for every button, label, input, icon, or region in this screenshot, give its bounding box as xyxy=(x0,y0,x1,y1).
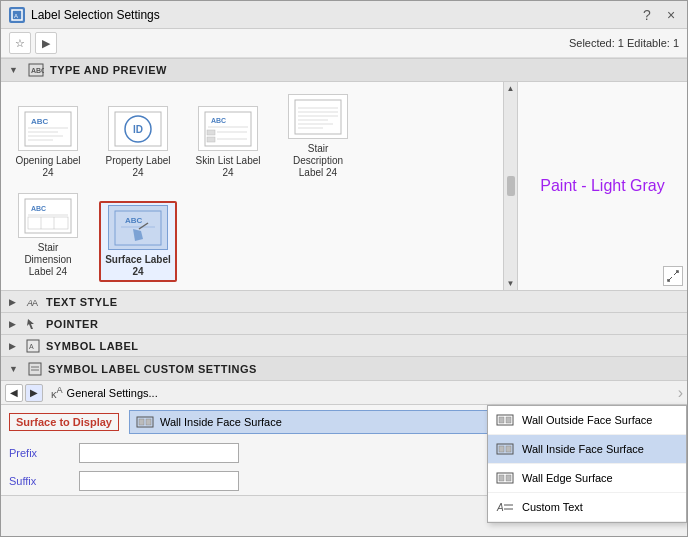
svg-rect-49 xyxy=(499,417,504,423)
svg-text:A: A xyxy=(496,502,504,513)
nav-prev-button[interactable]: ◀ xyxy=(5,384,23,402)
surface-edge-icon xyxy=(496,469,514,487)
close-button[interactable]: × xyxy=(663,7,679,23)
symbol-custom-section: ▼ SYMBOL LABEL CUSTOM SETTINGS ◀ ▶ κA Ge… xyxy=(1,357,687,496)
preview-panel: Paint - Light Gray xyxy=(517,82,687,290)
surface-label-text: Surface Label 24 xyxy=(103,254,173,278)
svg-text:ABC: ABC xyxy=(31,205,46,212)
label-item-skin[interactable]: ABC Skin List Label 24 xyxy=(189,102,267,183)
nav-settings-icon: κA xyxy=(51,385,63,400)
svg-text:ABC: ABC xyxy=(125,216,143,225)
title-bar: A Label Selection Settings ? × xyxy=(1,1,687,29)
surface-option-inside[interactable]: Wall Inside Face Surface xyxy=(488,435,686,464)
symbol-label-label: SYMBOL LABEL xyxy=(46,340,139,352)
preview-corner-button[interactable] xyxy=(663,266,683,286)
svg-rect-47 xyxy=(146,419,151,425)
property-label-icon: ID xyxy=(113,110,163,148)
content-area: ▼ ABC TYPE AND PREVIEW ABC xyxy=(1,58,687,536)
scroll-up-btn[interactable]: ▲ xyxy=(507,84,515,93)
svg-text:A: A xyxy=(29,343,34,350)
surface-outside-label: Wall Outside Face Surface xyxy=(522,414,652,426)
surface-wall-icon xyxy=(136,414,154,430)
svg-text:ABC: ABC xyxy=(211,117,226,124)
type-preview-section-icon: ABC xyxy=(28,62,44,78)
surface-display-label: Surface to Display xyxy=(9,413,119,431)
star-button[interactable]: ☆ xyxy=(9,32,31,54)
scroll-down-btn[interactable]: ▼ xyxy=(507,279,515,288)
svg-text:ID: ID xyxy=(133,124,143,135)
surface-edge-label: Wall Edge Surface xyxy=(522,472,613,484)
surface-label-icon: ABC xyxy=(113,209,163,247)
surface-option-edge[interactable]: Wall Edge Surface xyxy=(488,464,686,493)
symbol-custom-expand-icon: ▼ xyxy=(9,364,18,374)
stair-desc-icon xyxy=(293,98,343,136)
section-text-style[interactable]: ▶ A A TEXT STYLE xyxy=(1,291,687,313)
svg-rect-56 xyxy=(506,475,511,481)
svg-rect-42 xyxy=(29,363,41,375)
type-preview-scrollbar[interactable]: ▲ ▼ xyxy=(503,82,517,290)
surface-option-custom[interactable]: A Custom Text xyxy=(488,493,686,522)
label-items-grid: ABC Opening Label 24 xyxy=(1,82,503,290)
text-style-section-icon: A A xyxy=(26,295,40,309)
opening-label-icon: ABC xyxy=(23,110,73,148)
symbol-custom-header[interactable]: ▼ SYMBOL LABEL CUSTOM SETTINGS xyxy=(1,357,687,381)
text-style-expand-icon: ▶ xyxy=(9,297,16,307)
surface-custom-label: Custom Text xyxy=(522,501,583,513)
svg-text:ABC: ABC xyxy=(31,67,44,74)
svg-rect-50 xyxy=(506,417,511,423)
surface-inside-icon xyxy=(496,440,514,458)
pointer-expand-icon: ▶ xyxy=(9,319,16,329)
label-item-stair-desc[interactable]: Stair Description Label 24 xyxy=(279,90,357,183)
selected-info: Selected: 1 Editable: 1 xyxy=(569,37,679,49)
label-item-surface[interactable]: ABC Surface Label 24 xyxy=(99,201,177,282)
window-title: Label Selection Settings xyxy=(31,8,160,22)
section-type-preview[interactable]: ▼ ABC TYPE AND PREVIEW xyxy=(1,58,687,82)
pointer-label: POINTER xyxy=(46,318,98,330)
pointer-section-icon xyxy=(26,317,40,331)
nav-settings-label: General Settings... xyxy=(67,387,158,399)
svg-rect-20 xyxy=(295,100,341,134)
skin-label-text: Skin List Label 24 xyxy=(193,155,263,179)
surface-outside-icon xyxy=(496,411,514,429)
svg-rect-16 xyxy=(207,130,215,135)
svg-rect-53 xyxy=(506,446,511,452)
nav-end-icon: › xyxy=(678,384,683,402)
label-items-row-1: ABC Opening Label 24 xyxy=(9,90,495,183)
surface-custom-icon: A xyxy=(496,498,514,516)
svg-text:A: A xyxy=(14,13,18,19)
surface-dropdown-menu: Wall Outside Face Surface Wall Inside Fa… xyxy=(487,405,687,523)
navigation-row: ◀ ▶ κA General Settings... › xyxy=(1,381,687,405)
surface-option-outside[interactable]: Wall Outside Face Surface xyxy=(488,406,686,435)
nav-next-button[interactable]: ▶ xyxy=(25,384,43,402)
type-preview-content: ABC Opening Label 24 xyxy=(1,82,687,291)
svg-rect-46 xyxy=(139,419,144,425)
symbol-label-section-icon: A xyxy=(26,339,40,353)
nav-settings-link[interactable]: κA General Settings... xyxy=(45,383,676,402)
symbol-label-expand-icon: ▶ xyxy=(9,341,16,351)
label-item-property[interactable]: ID Property Label 24 xyxy=(99,102,177,183)
stair-dim-label-text: Stair Dimension Label 24 xyxy=(13,242,83,278)
label-item-opening[interactable]: ABC Opening Label 24 xyxy=(9,102,87,183)
suffix-input[interactable] xyxy=(79,471,239,491)
help-button[interactable]: ? xyxy=(639,7,655,23)
section-pointer[interactable]: ▶ POINTER xyxy=(1,313,687,335)
section-symbol-label[interactable]: ▶ A SYMBOL LABEL xyxy=(1,335,687,357)
svg-text:ABC: ABC xyxy=(31,117,49,126)
property-label-text: Property Label 24 xyxy=(103,155,173,179)
svg-text:A: A xyxy=(32,298,38,308)
toolbar: ☆ ▶ Selected: 1 Editable: 1 xyxy=(1,29,687,58)
prefix-input[interactable] xyxy=(79,443,239,463)
main-window: A Label Selection Settings ? × ☆ ▶ Selec… xyxy=(0,0,688,537)
symbol-custom-label: SYMBOL LABEL CUSTOM SETTINGS xyxy=(48,363,257,375)
svg-rect-55 xyxy=(499,475,504,481)
label-item-stair-dim[interactable]: ABC Stair Dimension Label 24 xyxy=(9,189,87,282)
type-preview-expand-icon: ▼ xyxy=(9,65,18,75)
arrow-button[interactable]: ▶ xyxy=(35,32,57,54)
svg-rect-52 xyxy=(499,446,504,452)
preview-text: Paint - Light Gray xyxy=(540,177,665,195)
svg-rect-17 xyxy=(207,137,215,142)
preview-expand-icon xyxy=(666,269,680,283)
scroll-thumb[interactable] xyxy=(507,176,515,196)
surface-to-display-row: Surface to Display Wall Inside Face Surf… xyxy=(1,405,687,439)
surface-inside-label: Wall Inside Face Surface xyxy=(522,443,644,455)
